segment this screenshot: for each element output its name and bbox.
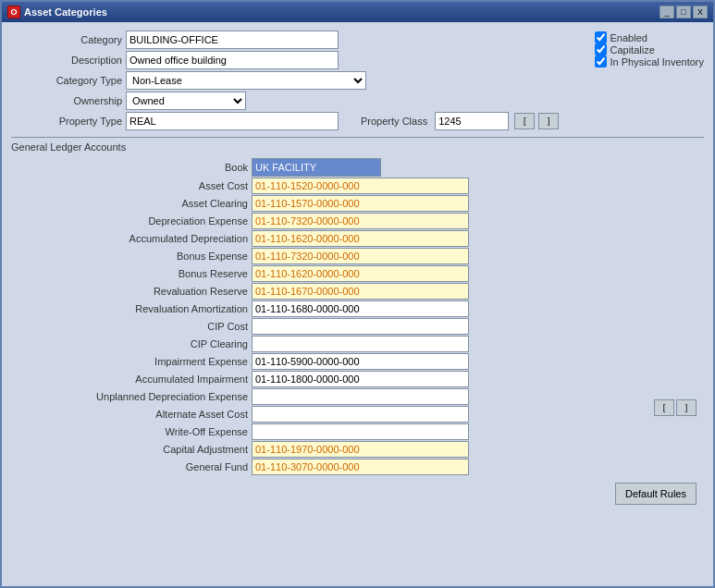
gl-rows-container: Asset CostAsset ClearingDepreciation Exp…	[11, 177, 654, 475]
gl-row-label: Impairment Expense	[11, 356, 252, 367]
gl-row: Asset Cost	[11, 177, 654, 194]
gl-row-input[interactable]	[252, 283, 469, 300]
capitalize-checkbox[interactable]	[595, 43, 607, 55]
capitalize-label: Capitalize	[610, 44, 655, 55]
gl-row: Capital Adjustment	[11, 440, 654, 458]
gl-row-input[interactable]	[252, 388, 469, 405]
gl-row-input[interactable]	[252, 371, 469, 387]
gl-row: Accumulated Impairment	[11, 370, 654, 387]
gl-section-header: General Ledger Accounts	[11, 137, 704, 154]
gl-row: Bonus Reserve	[11, 264, 654, 282]
gl-row: Accumulated Depreciation	[11, 229, 654, 247]
book-row: Book	[11, 158, 654, 177]
gl-row-label: Asset Clearing	[11, 198, 252, 209]
enabled-label: Enabled	[610, 32, 647, 43]
property-class-btn1[interactable]: [	[514, 113, 535, 129]
gl-row: Unplanned Depreciation Expense	[11, 387, 654, 405]
gl-row-input[interactable]	[252, 318, 469, 335]
book-label: Book	[11, 162, 252, 173]
gl-row-input[interactable]	[252, 195, 469, 212]
maximize-button[interactable]: □	[676, 6, 691, 18]
ownership-select[interactable]: Owned	[126, 92, 246, 110]
in-physical-checkbox-row: In Physical Inventory	[595, 55, 705, 67]
gl-row-input[interactable]	[252, 213, 469, 229]
gl-side-buttons: [ ]	[654, 158, 704, 475]
in-physical-checkbox[interactable]	[595, 55, 607, 67]
gl-row: Alternate Asset Cost	[11, 405, 654, 423]
gl-row-input[interactable]	[252, 441, 469, 458]
in-physical-label: In Physical Inventory	[610, 56, 705, 67]
gl-row: Write-Off Expense	[11, 423, 654, 440]
gl-row: Asset Clearing	[11, 194, 654, 212]
gl-row-input[interactable]	[252, 336, 469, 352]
category-type-label: Category Type	[11, 75, 122, 86]
gl-row-label: Depreciation Expense	[11, 215, 252, 227]
category-input[interactable]	[126, 31, 339, 49]
default-rules-button[interactable]: Default Rules	[615, 483, 697, 505]
bottom-area: Default Rules	[11, 479, 704, 508]
gl-row-label: Write-Off Expense	[11, 426, 252, 437]
gl-accounts-area: Book Asset CostAsset ClearingDepreciatio…	[11, 158, 654, 475]
gl-row-input[interactable]	[252, 248, 469, 264]
side-bracket-btns: [ ]	[654, 399, 697, 416]
gl-row: CIP Clearing	[11, 335, 654, 352]
gl-row-label: Bonus Reserve	[11, 268, 252, 279]
property-type-row: Property Type Property Class [ ]	[11, 111, 586, 131]
ownership-row: Ownership Owned	[11, 91, 586, 111]
gl-row-label: Asset Cost	[11, 180, 252, 191]
category-row: Category	[11, 30, 586, 50]
description-label: Description	[11, 55, 122, 66]
gl-row-label: General Fund	[11, 461, 252, 472]
checkboxes-area: Enabled Capitalize In Physical Inventory	[595, 30, 705, 131]
top-area: Category Description Category Type Non-L…	[11, 30, 704, 131]
property-class-btn2[interactable]: ]	[538, 113, 559, 129]
title-buttons[interactable]: _ □ X	[660, 6, 708, 18]
side-btn2[interactable]: ]	[676, 399, 697, 416]
gl-row-label: Alternate Asset Cost	[11, 409, 252, 420]
gl-row-label: CIP Cost	[11, 321, 252, 332]
gl-row-input[interactable]	[252, 423, 469, 440]
gl-row-input[interactable]	[252, 178, 469, 194]
gl-row-label: Capital Adjustment	[11, 444, 252, 455]
property-class-label: Property Class	[361, 116, 427, 127]
gl-row: Revaluation Amortization	[11, 300, 654, 317]
gl-row-input[interactable]	[252, 459, 469, 475]
gl-row-label: Accumulated Depreciation	[11, 233, 252, 244]
title-bar: O Asset Categories _ □ X	[2, 2, 713, 22]
gl-row: Depreciation Expense	[11, 212, 654, 229]
gl-row-input[interactable]	[252, 265, 469, 282]
gl-row-label: Revaluation Reserve	[11, 286, 252, 297]
app-icon: O	[7, 6, 20, 18]
window-title: Asset Categories	[24, 6, 107, 18]
property-type-input[interactable]	[126, 112, 339, 130]
gl-row-label: Revaluation Amortization	[11, 303, 252, 314]
main-content: Category Description Category Type Non-L…	[2, 22, 713, 586]
gl-row-label: Bonus Expense	[11, 251, 252, 262]
gl-row-input[interactable]	[252, 230, 469, 247]
asset-categories-window: O Asset Categories _ □ X Category Descri…	[0, 0, 715, 588]
form-fields: Category Description Category Type Non-L…	[11, 30, 586, 131]
category-type-row: Category Type Non-Lease	[11, 70, 586, 91]
gl-row-input[interactable]	[252, 406, 469, 423]
book-input[interactable]	[252, 158, 381, 177]
category-type-select[interactable]: Non-Lease	[126, 71, 366, 90]
gl-row-label: CIP Clearing	[11, 338, 252, 349]
gl-row-label: Accumulated Impairment	[11, 374, 252, 385]
property-class-input[interactable]	[435, 112, 509, 130]
description-input[interactable]	[126, 51, 339, 69]
gl-row: CIP Cost	[11, 317, 654, 335]
gl-row: Revaluation Reserve	[11, 282, 654, 300]
enabled-checkbox-row: Enabled	[595, 31, 705, 43]
minimize-button[interactable]: _	[660, 6, 674, 18]
gl-row: General Fund	[11, 458, 654, 475]
gl-row-input[interactable]	[252, 353, 469, 370]
property-type-label: Property Type	[11, 116, 122, 127]
gl-row-input[interactable]	[252, 300, 469, 317]
title-bar-left: O Asset Categories	[7, 6, 107, 18]
close-button[interactable]: X	[693, 6, 708, 18]
enabled-checkbox[interactable]	[595, 31, 607, 43]
description-row: Description	[11, 50, 586, 70]
gl-row: Bonus Expense	[11, 247, 654, 264]
gl-row: Impairment Expense	[11, 352, 654, 370]
side-btn1[interactable]: [	[654, 399, 674, 416]
